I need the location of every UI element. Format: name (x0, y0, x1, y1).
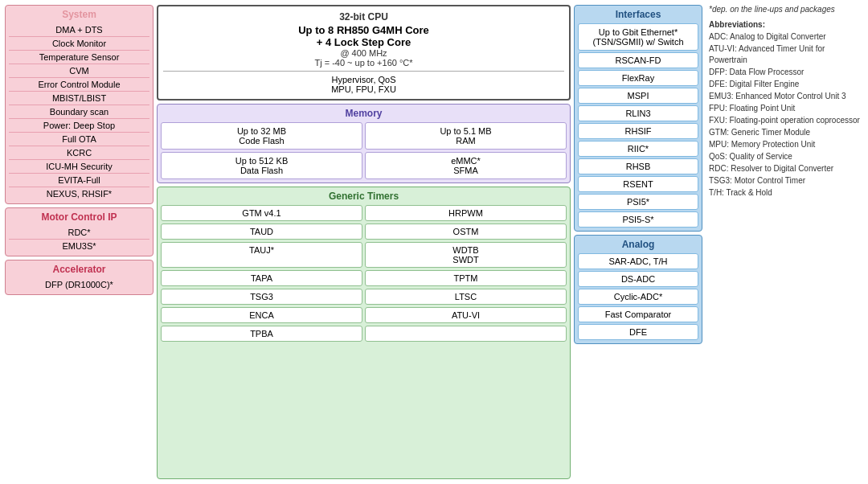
abbr-item: EMU3: Enhanced Motor Control Unit 3 (709, 91, 863, 102)
timer-cell: WDTB SWDT (365, 242, 567, 268)
interface-item: MSPI (578, 88, 698, 104)
abbr-item: MPU: Memory Protection Unit (709, 139, 863, 150)
accel-box: Accelerator DFP (DR1000C)* (5, 260, 154, 295)
cpu-bottom-line1: Hypervisor, QoS (163, 75, 564, 84)
left-column: System DMA + DTSClock MonitorTemperature… (5, 5, 154, 479)
abbr-items: ADC: Analog to Digital ConverterATU-VI: … (709, 31, 863, 199)
interfaces-top-item: Up to Gbit Ethernet* (TSN/SGMII) w/ Swit… (578, 23, 698, 51)
notes-column: *dep. on the line-ups and packages Abbre… (706, 5, 863, 479)
timer-cell: TAPA (161, 270, 362, 286)
mid-column: 32-bit CPU Up to 8 RH850 G4MH Core + 4 L… (157, 5, 571, 479)
interface-item: RHSB (578, 158, 698, 174)
system-item: CVM (9, 64, 149, 78)
cpu-sub-line1: @ 400 MHz (163, 48, 564, 58)
interfaces-column: Interfaces Up to Gbit Ethernet* (TSN/SGM… (574, 5, 702, 479)
system-item: Clock Monitor (9, 37, 149, 51)
interface-item: RLIN3 (578, 105, 698, 121)
abbr-item: FPU: Floating Point Unit (709, 103, 863, 114)
system-item: NEXUS, RHSIF* (9, 187, 149, 200)
cpu-bottom-line2: MPU, FPU, FXU (163, 84, 564, 94)
interface-item: RIIC* (578, 141, 698, 157)
interfaces-box: Interfaces Up to Gbit Ethernet* (TSN/SGM… (574, 5, 702, 232)
timer-cell: TPBA (161, 326, 362, 342)
analog-items: SAR-ADC, T/HDS-ADCCyclic-ADC*Fast Compar… (578, 253, 698, 340)
timer-cell: TPTM (365, 270, 567, 286)
system-item: Power: Deep Stop (9, 119, 149, 133)
analog-item: SAR-ADC, T/H (578, 253, 698, 269)
timer-cell: TAUD (161, 224, 362, 240)
memory-title: Memory (161, 108, 567, 119)
abbr-item: DFE: Digital Filter Engine (709, 79, 863, 90)
motor-title: Motor Control IP (9, 211, 149, 223)
timer-cell: TSG3 (161, 289, 362, 305)
motor-item: EMU3S* (9, 240, 149, 252)
cpu-title: 32-bit CPU (163, 11, 564, 23)
memory-cell: Up to 5.1 MB RAM (365, 122, 567, 150)
analog-item: Cyclic-ADC* (578, 289, 698, 305)
interface-item: RSCAN-FD (578, 52, 698, 68)
interface-item: RHSIF (578, 123, 698, 139)
system-title: System (9, 9, 149, 20)
abbr-item: RDC: Resolver to Digital Converter (709, 163, 863, 174)
motor-item: RDC* (9, 226, 149, 240)
main-container: System DMA + DTSClock MonitorTemperature… (0, 0, 868, 484)
notes-abbr-title: Abbreviations: (709, 20, 863, 29)
interface-item: FlexRay (578, 70, 698, 86)
accel-items: DFP (DR1000C)* (9, 278, 149, 291)
system-item: Boundary scan (9, 105, 149, 119)
abbr-item: GTM: Generic Timer Module (709, 127, 863, 138)
interface-item: PSI5* (578, 194, 698, 210)
memory-cell: Up to 32 MB Code Flash (161, 122, 362, 150)
system-item: EVITA-Full (9, 174, 149, 187)
motor-items: RDC*EMU3S* (9, 226, 149, 252)
abbr-item: TSG3: Motor Control Timer (709, 175, 863, 187)
right-column: Interfaces Up to Gbit Ethernet* (TSN/SGM… (574, 5, 863, 479)
timer-cell: OSTM (365, 224, 567, 240)
abbr-item: ATU-VI: Advanced Timer Unit for Powertra… (709, 43, 863, 66)
abbr-item: ADC: Analog to Digital Converter (709, 31, 863, 43)
analog-item: Fast Comparator (578, 306, 698, 322)
cpu-main-line1: Up to 8 RH850 G4MH Core (163, 24, 564, 36)
system-item: MBIST/LBIST (9, 92, 149, 105)
timers-title: Generic Timers (161, 191, 567, 202)
accel-item: DFP (DR1000C)* (9, 278, 149, 291)
right-main: Interfaces Up to Gbit Ethernet* (TSN/SGM… (574, 5, 863, 479)
interfaces-title: Interfaces (578, 9, 698, 20)
system-item: Temperature Sensor (9, 51, 149, 64)
timer-cell: ENCA (161, 307, 362, 323)
abbr-item: DFP: Data Flow Processor (709, 67, 863, 78)
cpu-sub-line2: Tj = -40 ~ up to +160 °C* (163, 58, 564, 68)
timer-cell (365, 326, 567, 342)
abbr-item: T/H: Track & Hold (709, 187, 863, 199)
system-item: KCRC (9, 146, 149, 160)
analog-title: Analog (578, 239, 698, 250)
timer-cell: ATU-VI (365, 307, 567, 323)
system-items: DMA + DTSClock MonitorTemperature Sensor… (9, 23, 149, 200)
accel-title: Accelerator (9, 264, 149, 275)
analog-box: Analog SAR-ADC, T/HDS-ADCCyclic-ADC*Fast… (574, 235, 702, 344)
abbr-item: QoS: Quality of Service (709, 151, 863, 162)
timer-cell: HRPWM (365, 205, 567, 221)
analog-item: DFE (578, 324, 698, 340)
memory-cell: eMMC* SFMA (365, 152, 567, 179)
timers-grid: GTM v4.1HRPWMTAUDOSTMTAUJ*WDTB SWDTTAPAT… (161, 205, 567, 342)
timer-cell: GTM v4.1 (161, 205, 362, 221)
timer-cell: TAUJ* (161, 242, 362, 268)
interface-item: RSENT (578, 176, 698, 192)
cpu-main-line2: + 4 Lock Step Core (163, 36, 564, 48)
notes-dep: *dep. on the line-ups and packages (709, 5, 863, 14)
timer-cell: LTSC (365, 289, 567, 305)
interfaces-items: RSCAN-FDFlexRayMSPIRLIN3RHSIFRIIC*RHSBRS… (578, 52, 698, 228)
analog-item: DS-ADC (578, 271, 698, 287)
system-item: Full OTA (9, 133, 149, 146)
system-box: System DMA + DTSClock MonitorTemperature… (5, 5, 154, 204)
interface-item: PSI5-S* (578, 211, 698, 228)
system-item: Error Control Module (9, 78, 149, 92)
timers-box: Generic Timers GTM v4.1HRPWMTAUDOSTMTAUJ… (157, 187, 571, 479)
system-item: DMA + DTS (9, 23, 149, 37)
system-item: ICU-MH Security (9, 160, 149, 174)
abbr-item: FXU: Floating-point operation coprocesso… (709, 115, 863, 126)
cpu-box: 32-bit CPU Up to 8 RH850 G4MH Core + 4 L… (157, 5, 571, 100)
memory-grid: Up to 32 MB Code FlashUp to 5.1 MB RAMUp… (161, 122, 567, 179)
motor-box: Motor Control IP RDC*EMU3S* (5, 207, 154, 256)
